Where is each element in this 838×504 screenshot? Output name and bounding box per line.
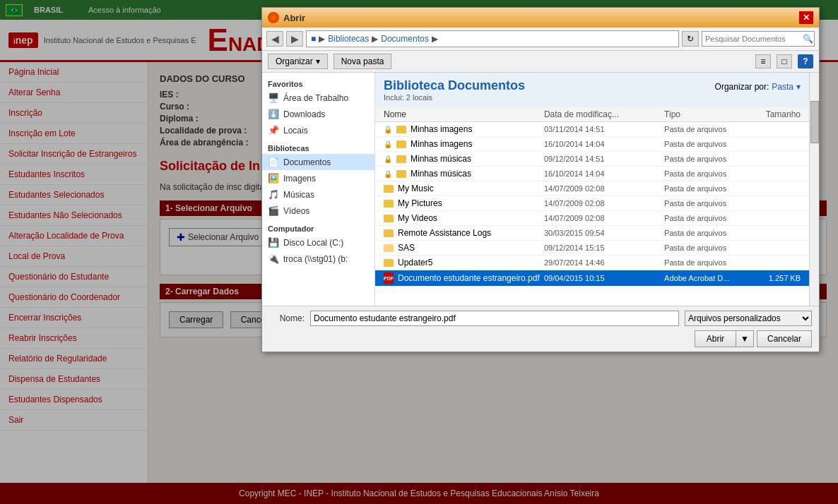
folder-icon bbox=[396, 170, 406, 178]
disco-local-icon: 💾 bbox=[268, 237, 279, 248]
pane-toggle-button[interactable]: □ bbox=[777, 54, 792, 68]
folder-icon bbox=[384, 215, 394, 222]
new-folder-button[interactable]: Nova pasta bbox=[334, 54, 392, 69]
dialog-abrir: Abrir ✕ ◀ ▶ ■ ▶ Bibliotecas ▶ Documentos… bbox=[261, 7, 820, 352]
dialog-body: Favoritos 🖥️ Área de Trabalho ⬇️ Downloa… bbox=[262, 73, 819, 306]
imagens-label: Imagens bbox=[283, 174, 316, 184]
breadcrumb-part1[interactable]: Bibliotecas bbox=[328, 34, 369, 44]
dialog-footer: Nome: Arquivos personalizados Abrir ▼ Ca… bbox=[262, 306, 819, 352]
breadcrumb-libraries[interactable]: ■ bbox=[311, 34, 316, 44]
folder-icon bbox=[396, 140, 406, 148]
panel-item-area-trabalho[interactable]: 🖥️ Área de Trabalho bbox=[262, 90, 374, 106]
library-header: Biblioteca Documentos Inclui: 2 locais O… bbox=[375, 73, 809, 107]
locais-label: Locais bbox=[283, 126, 308, 136]
pdf-icon: PDF bbox=[384, 272, 394, 284]
computador-label: Computador bbox=[262, 222, 374, 234]
cancelar-button[interactable]: Cancelar bbox=[757, 330, 812, 347]
file-row[interactable]: 🔒Minhas imagens 03/11/2014 14:51 Pasta d… bbox=[375, 122, 809, 137]
organizar-por-value[interactable]: Pasta bbox=[772, 82, 793, 92]
breadcrumb-part2[interactable]: Documentos bbox=[381, 34, 428, 44]
search-input[interactable] bbox=[705, 35, 803, 43]
search-icon[interactable]: 🔍 bbox=[803, 34, 813, 44]
col-data: Data de modificaç... bbox=[544, 109, 664, 119]
file-row-pdf[interactable]: PDF Documento estudante estrangeiro.pdf … bbox=[375, 270, 809, 287]
nav-back-button[interactable]: ◀ bbox=[266, 31, 283, 47]
troca-label: troca (\\stg01) (b: bbox=[283, 254, 348, 264]
lock-icon: 🔒 bbox=[384, 140, 392, 148]
panel-item-videos[interactable]: 🎬 Vídeos bbox=[262, 203, 374, 219]
organizar-por-label: Organizar por: bbox=[715, 82, 769, 92]
file-row[interactable]: My Pictures 14/07/2009 02:08 Pasta de ar… bbox=[375, 196, 809, 211]
organize-button[interactable]: Organizar ▾ bbox=[268, 54, 328, 69]
new-folder-label: Nova pasta bbox=[341, 56, 384, 66]
panel-item-musicas[interactable]: 🎵 Músicas bbox=[262, 186, 374, 203]
lock-icon: 🔒 bbox=[384, 126, 392, 133]
panel-item-disco-local[interactable]: 💾 Disco Local (C:) bbox=[262, 234, 374, 251]
dialog-close-button[interactable]: ✕ bbox=[799, 11, 813, 24]
file-row[interactable]: My Music 14/07/2009 02:08 Pasta de arqui… bbox=[375, 181, 809, 196]
col-tipo: Tipo bbox=[664, 109, 744, 119]
panel-item-locais[interactable]: 📌 Locais bbox=[262, 122, 374, 138]
videos-icon: 🎬 bbox=[268, 205, 279, 216]
organizar-por-bar: Organizar por: Pasta ▾ bbox=[715, 82, 801, 92]
nav-forward-button[interactable]: ▶ bbox=[286, 31, 303, 47]
abrir-button[interactable]: Abrir bbox=[695, 330, 736, 347]
panel-item-imagens[interactable]: 🖼️ Imagens bbox=[262, 170, 374, 186]
file-row[interactable]: 🔒Minhas músicas 09/12/2014 14:51 Pasta d… bbox=[375, 152, 809, 167]
disco-local-label: Disco Local (C:) bbox=[283, 238, 343, 248]
file-row[interactable]: 🔒Minhas imagens 16/10/2014 14:04 Pasta d… bbox=[375, 137, 809, 152]
dialog-action-bar: Organizar ▾ Nova pasta ≡ □ ? bbox=[262, 51, 819, 73]
dialog-title: Abrir bbox=[283, 13, 795, 23]
col-nome[interactable]: Nome bbox=[384, 109, 544, 119]
open-btn-group: Abrir ▼ bbox=[695, 330, 754, 347]
bibliotecas-label: Bibliotecas bbox=[262, 141, 374, 154]
imagens-icon: 🖼️ bbox=[268, 173, 279, 184]
file-row[interactable]: Updater5 29/07/2014 14:46 Pasta de arqui… bbox=[375, 256, 809, 270]
filename-input[interactable] bbox=[310, 311, 679, 326]
panel-item-downloads[interactable]: ⬇️ Downloads bbox=[262, 106, 374, 122]
help-button[interactable]: ? bbox=[798, 54, 813, 68]
right-panel: Biblioteca Documentos Inclui: 2 locais O… bbox=[375, 73, 809, 306]
dialog-overlay: Abrir ✕ ◀ ▶ ■ ▶ Bibliotecas ▶ Documentos… bbox=[0, 0, 838, 504]
left-panel: Favoritos 🖥️ Área de Trabalho ⬇️ Downloa… bbox=[262, 73, 375, 306]
folder-icon bbox=[384, 229, 394, 237]
troca-icon: 🔌 bbox=[268, 253, 279, 264]
breadcrumb-bar: ■ ▶ Bibliotecas ▶ Documentos ▶ bbox=[306, 30, 679, 47]
lock-icon: 🔒 bbox=[384, 155, 392, 163]
file-row[interactable]: 🔒Minhas músicas 16/10/2014 14:04 Pasta d… bbox=[375, 167, 809, 181]
locais-icon: 📌 bbox=[268, 125, 279, 136]
refresh-button[interactable]: ↻ bbox=[682, 31, 699, 47]
nome-label: Nome: bbox=[269, 313, 305, 323]
scrollbar-thumb[interactable] bbox=[810, 101, 819, 143]
panel-item-troca[interactable]: 🔌 troca (\\stg01) (b: bbox=[262, 251, 374, 267]
filetype-select[interactable]: Arquivos personalizados bbox=[685, 311, 812, 326]
musicas-label: Músicas bbox=[283, 190, 314, 200]
library-title: Biblioteca Documentos bbox=[384, 78, 525, 93]
file-row[interactable]: Remote Assistance Logs 30/03/2015 09:54 … bbox=[375, 226, 809, 241]
favoritos-label: Favoritos bbox=[262, 77, 374, 90]
footer-row-filename: Nome: Arquivos personalizados bbox=[269, 311, 812, 326]
abrir-dropdown-button[interactable]: ▼ bbox=[736, 330, 754, 347]
musicas-icon: 🎵 bbox=[268, 189, 279, 200]
documentos-icon: 📄 bbox=[268, 157, 279, 167]
view-toggle-button[interactable]: ≡ bbox=[755, 54, 771, 68]
folder-icon bbox=[384, 185, 394, 193]
search-box: 🔍 bbox=[702, 31, 815, 47]
folder-icon bbox=[384, 200, 394, 208]
scrollbar-track[interactable] bbox=[809, 73, 819, 306]
panel-item-documentos[interactable]: 📄 Documentos bbox=[262, 154, 374, 170]
dialog-titlebar: Abrir ✕ bbox=[262, 8, 819, 28]
file-row[interactable]: SAS 09/12/2014 15:15 Pasta de arquivos bbox=[375, 241, 809, 256]
videos-label: Vídeos bbox=[283, 206, 309, 216]
downloads-label: Downloads bbox=[283, 109, 325, 119]
downloads-icon: ⬇️ bbox=[268, 109, 279, 119]
file-list: 🔒Minhas imagens 03/11/2014 14:51 Pasta d… bbox=[375, 122, 809, 287]
organizar-chevron-icon[interactable]: ▾ bbox=[796, 82, 801, 92]
documentos-label: Documentos bbox=[283, 157, 331, 167]
organize-chevron: ▾ bbox=[316, 56, 320, 66]
lock-icon: 🔒 bbox=[384, 170, 392, 178]
dialog-app-icon bbox=[268, 12, 279, 23]
col-tamanho: Tamanho bbox=[745, 109, 801, 119]
folder-icon bbox=[384, 259, 394, 267]
file-row[interactable]: My Videos 14/07/2009 02:08 Pasta de arqu… bbox=[375, 211, 809, 226]
